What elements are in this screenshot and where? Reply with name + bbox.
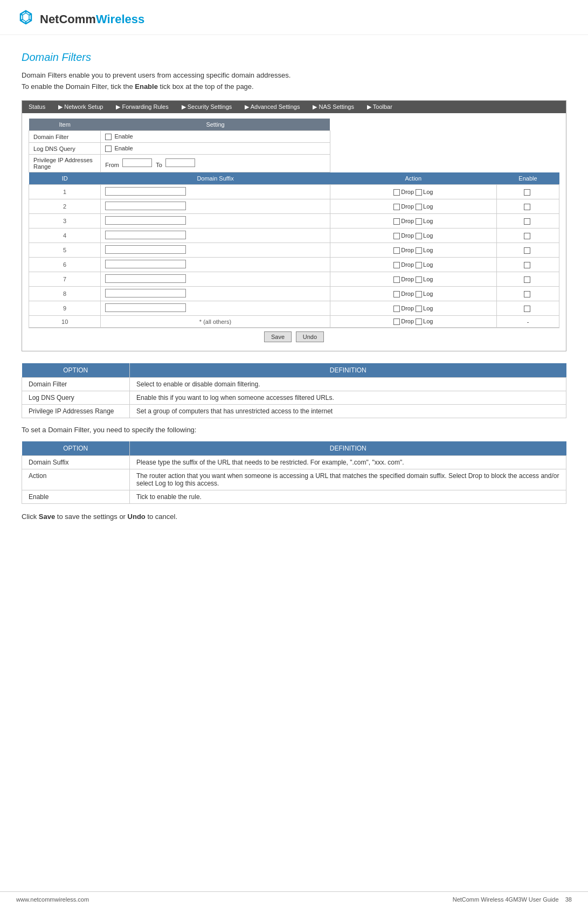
drop-checkbox-8[interactable] (393, 291, 400, 297)
enable-cell-10: - (496, 316, 559, 328)
row-id: 5 (29, 243, 101, 258)
domain-input-7[interactable] (105, 274, 186, 283)
save-prefix: Click (22, 513, 39, 521)
nav-item-forwarding[interactable]: ▶ Forwarding Rules (109, 101, 175, 113)
undo-button[interactable]: Undo (296, 331, 324, 342)
save-button[interactable]: Save (264, 331, 292, 342)
domain-input-2[interactable] (105, 202, 186, 210)
nav-item-nas[interactable]: ▶ NAS Settings (306, 101, 360, 113)
enable-cell (496, 243, 559, 258)
nav-item-security[interactable]: ▶ Security Settings (175, 101, 239, 113)
domain-input-3[interactable] (105, 216, 186, 225)
domain-input-5[interactable] (105, 245, 186, 254)
option-definition: Please type the suffix of the URL that n… (130, 456, 566, 469)
action-cell: Drop Log (330, 199, 496, 214)
from-input[interactable] (122, 158, 152, 167)
option-definition: Select to enable or disable domain filte… (130, 378, 566, 391)
domain-input-cell (101, 199, 330, 214)
option-label: Action (22, 469, 130, 490)
domain-input-1[interactable] (105, 187, 186, 196)
drop-checkbox-7[interactable] (393, 276, 400, 283)
list-item: Privilege IP Addresses Range Set a group… (22, 405, 566, 418)
domain-input-6[interactable] (105, 260, 186, 268)
enable-checkbox-3[interactable] (524, 218, 530, 225)
enable-checkbox-5[interactable] (524, 247, 530, 254)
drop-checkbox-6[interactable] (393, 262, 400, 268)
table-row: 3 Drop Log (29, 214, 559, 229)
log-dns-checkbox[interactable] (105, 146, 112, 152)
drop-checkbox-9[interactable] (393, 306, 400, 312)
undo-bold: Undo (128, 513, 146, 521)
save-mid: to save the settings or (55, 513, 127, 521)
privilege-ip-setting: From To (101, 155, 330, 172)
option-label: Domain Filter (22, 378, 130, 391)
enable-cell (496, 258, 559, 272)
list-item: Domain Suffix Please type the suffix of … (22, 456, 566, 469)
drop-checkbox-10[interactable] (393, 319, 400, 325)
log-checkbox-4[interactable] (416, 233, 422, 239)
log-checkbox-8[interactable] (416, 291, 422, 297)
action-cell: Drop Log (330, 301, 496, 316)
option-label: Domain Suffix (22, 456, 130, 469)
row-id: 6 (29, 258, 101, 272)
from-label: From (105, 162, 119, 168)
nav-item-toolbar[interactable]: ▶ Toolbar (361, 101, 399, 113)
domain-filter-checkbox[interactable] (105, 134, 112, 140)
action-cell: Drop Log (330, 185, 496, 199)
log-dns-label: Log DNS Query (29, 143, 101, 155)
action-cell: Drop Log (330, 258, 496, 272)
list-item: Enable Tick to enable the rule. (22, 490, 566, 504)
domain-input-8[interactable] (105, 289, 186, 297)
log-checkbox-10[interactable] (416, 319, 422, 325)
enable-checkbox-1[interactable] (524, 189, 530, 196)
nav-item-advanced[interactable]: ▶ Advanced Settings (238, 101, 306, 113)
action-cell: Drop Log (330, 287, 496, 301)
intro2-prefix: To enable the Domain Filter, tick the (22, 82, 135, 91)
log-dns-setting: Enable (101, 143, 330, 155)
enable-checkbox-4[interactable] (524, 233, 530, 239)
drop-checkbox-1[interactable] (393, 189, 400, 196)
row-id: 3 (29, 214, 101, 229)
domain-input-cell (101, 185, 330, 199)
nav-item-network[interactable]: ▶ Network Setup (52, 101, 109, 113)
to-input[interactable] (165, 158, 195, 167)
enable-checkbox-6[interactable] (524, 262, 530, 268)
action-cell: Drop Log (330, 214, 496, 229)
to-label: To (156, 162, 162, 168)
log-checkbox-6[interactable] (416, 262, 422, 268)
col-item: Item (29, 119, 101, 131)
log-checkbox-1[interactable] (416, 189, 422, 196)
option-definition: Set a group of computers that has unrest… (130, 405, 566, 418)
option-definition: Enable this if you want to log when some… (130, 391, 566, 405)
enable-checkbox-7[interactable] (524, 276, 530, 283)
domain-input-4[interactable] (105, 231, 186, 239)
log-checkbox-5[interactable] (416, 247, 422, 254)
table-row: 8 Drop Log (29, 287, 559, 301)
drop-checkbox-3[interactable] (393, 218, 400, 225)
row-id: 9 (29, 301, 101, 316)
nav-item-status[interactable]: Status (22, 101, 52, 113)
table-row: 7 Drop Log (29, 272, 559, 287)
log-checkbox-2[interactable] (416, 204, 422, 210)
netcomm-logo-icon (16, 10, 36, 29)
save-undo-text: Click Save to save the settings or Undo … (22, 513, 566, 521)
enable-checkbox-9[interactable] (524, 306, 530, 312)
page-header: NetCommWireless (0, 0, 588, 35)
option-definition: Tick to enable the rule. (130, 490, 566, 504)
def-col-header-2: DEFINITION (130, 441, 566, 456)
options-table-2: OPTION DEFINITION Domain Suffix Please t… (22, 441, 566, 504)
drop-checkbox-4[interactable] (393, 233, 400, 239)
enable-checkbox-2[interactable] (524, 204, 530, 210)
domain-input-9[interactable] (105, 303, 186, 312)
section-title: Domain Filters (22, 51, 566, 64)
log-checkbox-3[interactable] (416, 218, 422, 225)
enable-cell (496, 272, 559, 287)
list-item: Action The router action that you want w… (22, 469, 566, 490)
enable-checkbox-8[interactable] (524, 291, 530, 297)
option-label: Privilege IP Addresses Range (22, 405, 130, 418)
row-privilege-ip: Privilege IP Addresses Range From To (29, 155, 559, 172)
log-checkbox-9[interactable] (416, 306, 422, 312)
log-checkbox-7[interactable] (416, 276, 422, 283)
drop-checkbox-5[interactable] (393, 247, 400, 254)
drop-checkbox-2[interactable] (393, 204, 400, 210)
